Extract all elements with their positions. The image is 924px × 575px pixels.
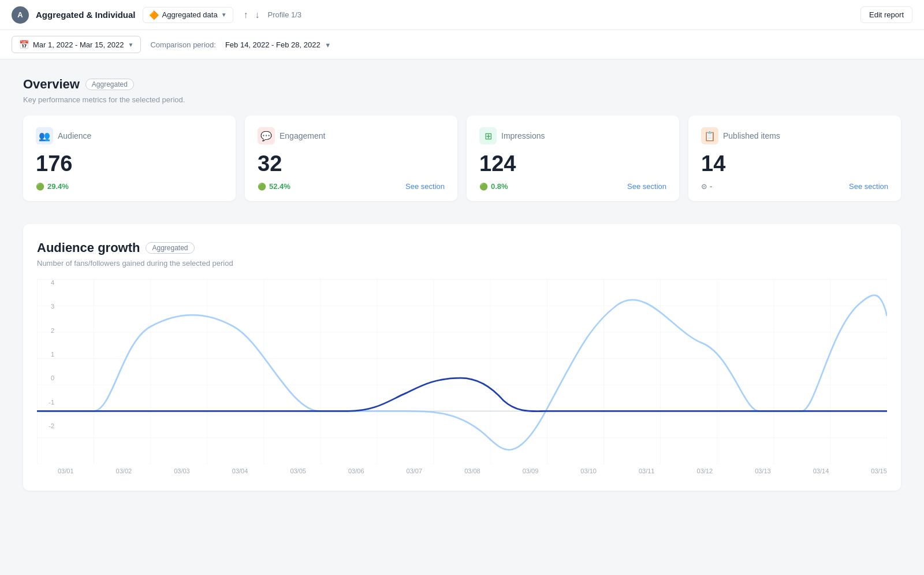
published-label: Published items — [723, 131, 780, 140]
impressions-label: Impressions — [501, 131, 545, 140]
engagement-change: 🟢 52.4% — [258, 182, 290, 191]
metrics-grid: 👥 Audience 176 🟢 29.4% 💬 Engagement 32 — [23, 116, 901, 201]
audience-growth-chart — [37, 279, 887, 464]
x-label-0313: 03/13 — [755, 468, 771, 474]
date-range-picker[interactable]: 📅 Mar 1, 2022 - Mar 15, 2022 ▼ — [12, 36, 141, 53]
published-value: 14 — [701, 151, 888, 176]
audience-value: 176 — [36, 151, 223, 176]
nav-down-button[interactable]: ↓ — [254, 9, 261, 21]
engagement-icon: 💬 — [258, 127, 275, 144]
app-header: A Aggregated & Individual 🔶 Aggregated d… — [0, 0, 924, 30]
page-title: Aggregated & Individual — [36, 10, 136, 20]
aggregated-data-dropdown[interactable]: 🔶 Aggregated data ▼ — [143, 7, 233, 23]
impressions-see-section[interactable]: See section — [627, 182, 666, 191]
audience-header: 👥 Audience — [36, 127, 223, 144]
x-label-0315: 03/15 — [871, 468, 887, 474]
x-label-0311: 03/11 — [639, 468, 655, 474]
impressions-value: 124 — [479, 151, 666, 176]
audience-change: 🟢 29.4% — [36, 182, 69, 191]
engagement-footer: 🟢 52.4% See section — [258, 182, 445, 191]
engagement-label: Engagement — [280, 131, 325, 140]
impressions-icon: ⊞ — [479, 127, 497, 144]
audience-growth-header: Audience growth Aggregated — [37, 240, 887, 255]
published-change: ⊙ - — [701, 182, 712, 191]
x-label-0307: 03/07 — [407, 468, 423, 474]
calendar-icon: 📅 — [19, 40, 29, 49]
overview-section: Overview Aggregated Key performance metr… — [23, 77, 901, 201]
up-circle-icon: 🟢 — [258, 183, 266, 191]
aggregated-data-label: Aggregated data — [162, 10, 218, 19]
published-see-section[interactable]: See section — [849, 182, 888, 191]
impressions-change: 🟢 0.8% — [479, 182, 508, 191]
published-card: 📋 Published items 14 ⊙ - See section — [688, 116, 901, 201]
up-green-icon: 🟢 — [479, 183, 488, 191]
nav-up-button[interactable]: ↑ — [243, 9, 249, 21]
x-label-0305: 03/05 — [290, 468, 306, 474]
edit-report-button[interactable]: Edit report — [860, 6, 912, 23]
profile-nav: ↑ ↓ — [243, 9, 261, 21]
impressions-footer: 🟢 0.8% See section — [479, 182, 666, 191]
audience-card: 👥 Audience 176 🟢 29.4% — [23, 116, 236, 201]
x-axis: 03/01 03/02 03/03 03/04 03/05 03/06 03/0… — [37, 464, 887, 474]
y-label-0: 0 — [37, 374, 54, 381]
audience-growth-badge: Aggregated — [146, 242, 194, 254]
audience-icon: 👥 — [36, 127, 53, 144]
audience-growth-subtitle: Number of fans/followers gained during t… — [37, 259, 887, 268]
overview-badge: Aggregated — [85, 79, 134, 90]
comparison-prefix: Comparison period: — [150, 40, 215, 49]
main-content: Overview Aggregated Key performance metr… — [0, 60, 924, 508]
profile-label: Profile 1/3 — [268, 10, 302, 19]
engagement-header: 💬 Engagement — [258, 127, 445, 144]
x-label-0312: 03/12 — [697, 468, 713, 474]
engagement-card: 💬 Engagement 32 🟢 52.4% See section — [245, 116, 457, 201]
svg-rect-0 — [37, 279, 887, 464]
x-label-0306: 03/06 — [348, 468, 364, 474]
date-chevron-icon: ▼ — [128, 42, 134, 48]
x-label-0302: 03/02 — [116, 468, 132, 474]
audience-growth-title: Audience growth — [37, 240, 140, 255]
comparison-period-picker[interactable]: Feb 14, 2022 - Feb 28, 2022 ▼ — [225, 40, 331, 49]
date-range-label: Mar 1, 2022 - Mar 15, 2022 — [33, 40, 124, 49]
audience-label: Audience — [58, 131, 91, 140]
x-label-0303: 03/03 — [174, 468, 190, 474]
y-label-neg1: -1 — [37, 399, 54, 406]
comp-chevron-icon: ▼ — [325, 42, 331, 49]
impressions-header: ⊞ Impressions — [479, 127, 666, 144]
x-label-0314: 03/14 — [813, 468, 829, 474]
chevron-down-icon: ▼ — [221, 12, 227, 18]
published-icon: 📋 — [701, 127, 718, 144]
y-label-2: 2 — [37, 327, 54, 334]
x-label-0308: 03/08 — [464, 468, 480, 474]
avatar: A — [12, 6, 29, 24]
neutral-icon: ⊙ — [701, 183, 707, 191]
audience-footer: 🟢 29.4% — [36, 182, 223, 191]
x-label-0310: 03/10 — [580, 468, 597, 474]
y-label-1: 1 — [37, 351, 54, 358]
overview-header: Overview Aggregated — [23, 77, 901, 92]
chart-area: 4 3 2 1 0 -1 -2 — [37, 279, 887, 464]
overview-subtitle: Key performance metrics for the selected… — [23, 95, 901, 104]
engagement-value: 32 — [258, 151, 445, 176]
y-axis: 4 3 2 1 0 -1 -2 — [37, 279, 54, 429]
x-label-0309: 03/09 — [523, 468, 539, 474]
y-label-3: 3 — [37, 303, 54, 310]
x-label-0301: 03/01 — [58, 468, 74, 474]
overview-title: Overview — [23, 77, 80, 92]
y-label-neg2: -2 — [37, 422, 54, 429]
audience-growth-section: Audience growth Aggregated Number of fan… — [23, 224, 901, 491]
published-header: 📋 Published items — [701, 127, 888, 144]
up-arrow-icon: 🟢 — [36, 183, 44, 191]
y-label-4: 4 — [37, 279, 54, 286]
x-label-0304: 03/04 — [232, 468, 248, 474]
aggregated-data-icon: 🔶 — [149, 10, 159, 20]
date-bar: 📅 Mar 1, 2022 - Mar 15, 2022 ▼ Compariso… — [0, 30, 924, 60]
published-footer: ⊙ - See section — [701, 182, 888, 191]
engagement-see-section[interactable]: See section — [405, 182, 445, 191]
impressions-card: ⊞ Impressions 124 🟢 0.8% See section — [467, 116, 679, 201]
